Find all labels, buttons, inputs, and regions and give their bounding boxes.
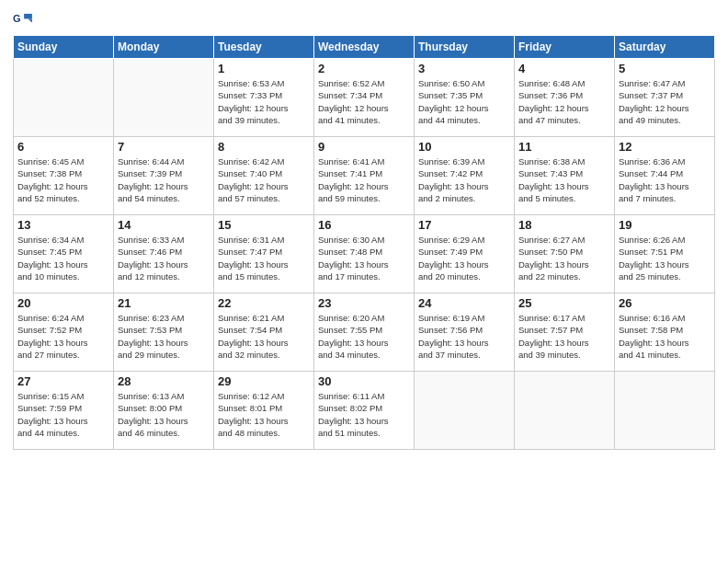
calendar-cell [114,59,214,137]
day-number: 28 [118,374,210,388]
calendar-cell: 2Sunrise: 6:52 AM Sunset: 7:34 PM Daylig… [314,59,415,137]
day-number: 8 [218,140,310,154]
day-info: Sunrise: 6:31 AM Sunset: 7:47 PM Dayligh… [218,234,310,282]
day-header-thursday: Thursday [415,36,515,59]
day-info: Sunrise: 6:53 AM Sunset: 7:33 PM Dayligh… [218,77,310,126]
week-row-0: 1Sunrise: 6:53 AM Sunset: 7:33 PM Daylig… [14,59,715,137]
header: G [13,9,715,29]
calendar-cell: 3Sunrise: 6:50 AM Sunset: 7:35 PM Daylig… [415,59,515,137]
day-header-friday: Friday [515,36,615,59]
day-info: Sunrise: 6:16 AM Sunset: 7:58 PM Dayligh… [619,312,711,361]
svg-marker-2 [28,18,32,22]
day-info: Sunrise: 6:29 AM Sunset: 7:49 PM Dayligh… [418,234,510,282]
week-row-2: 13Sunrise: 6:34 AM Sunset: 7:45 PM Dayli… [14,215,715,293]
calendar-cell: 22Sunrise: 6:21 AM Sunset: 7:54 PM Dayli… [214,293,314,372]
day-header-tuesday: Tuesday [214,36,314,59]
day-header-sunday: Sunday [14,36,114,59]
day-number: 22 [218,296,310,310]
day-info: Sunrise: 6:41 AM Sunset: 7:41 PM Dayligh… [318,155,410,204]
day-number: 2 [318,62,410,75]
day-info: Sunrise: 6:13 AM Sunset: 8:00 PM Dayligh… [118,390,210,439]
day-number: 24 [418,296,510,310]
calendar-cell: 14Sunrise: 6:33 AM Sunset: 7:46 PM Dayli… [114,215,214,293]
day-info: Sunrise: 6:30 AM Sunset: 7:48 PM Dayligh… [318,234,410,282]
day-number: 5 [619,62,711,75]
day-info: Sunrise: 6:45 AM Sunset: 7:38 PM Dayligh… [17,155,109,204]
day-info: Sunrise: 6:12 AM Sunset: 8:01 PM Dayligh… [218,390,310,439]
day-info: Sunrise: 6:23 AM Sunset: 7:53 PM Dayligh… [118,312,210,361]
day-info: Sunrise: 6:50 AM Sunset: 7:35 PM Dayligh… [418,77,510,126]
calendar-cell: 7Sunrise: 6:44 AM Sunset: 7:39 PM Daylig… [114,137,214,215]
calendar-cell: 24Sunrise: 6:19 AM Sunset: 7:56 PM Dayli… [415,293,515,372]
calendar-cell: 19Sunrise: 6:26 AM Sunset: 7:51 PM Dayli… [615,215,715,293]
day-info: Sunrise: 6:52 AM Sunset: 7:34 PM Dayligh… [318,77,410,126]
day-info: Sunrise: 6:44 AM Sunset: 7:39 PM Dayligh… [118,155,210,204]
calendar-cell: 10Sunrise: 6:39 AM Sunset: 7:42 PM Dayli… [415,137,515,215]
day-number: 6 [17,140,109,154]
day-info: Sunrise: 6:48 AM Sunset: 7:36 PM Dayligh… [518,77,610,126]
day-number: 17 [418,218,510,232]
day-number: 20 [17,296,109,310]
svg-marker-1 [24,14,32,19]
day-info: Sunrise: 6:27 AM Sunset: 7:50 PM Dayligh… [518,234,610,282]
day-info: Sunrise: 6:19 AM Sunset: 7:56 PM Dayligh… [418,312,510,361]
calendar-cell: 12Sunrise: 6:36 AM Sunset: 7:44 PM Dayli… [615,137,715,215]
calendar-cell: 30Sunrise: 6:11 AM Sunset: 8:02 PM Dayli… [314,372,415,450]
calendar-cell: 17Sunrise: 6:29 AM Sunset: 7:49 PM Dayli… [415,215,515,293]
calendar-cell: 18Sunrise: 6:27 AM Sunset: 7:50 PM Dayli… [515,215,615,293]
calendar-cell [515,372,615,450]
day-number: 19 [619,218,711,232]
calendar-cell: 25Sunrise: 6:17 AM Sunset: 7:57 PM Dayli… [515,293,615,372]
day-header-monday: Monday [114,36,214,59]
day-number: 11 [518,140,610,154]
day-info: Sunrise: 6:39 AM Sunset: 7:42 PM Dayligh… [418,155,510,204]
calendar-header-row: SundayMondayTuesdayWednesdayThursdayFrid… [14,36,715,59]
calendar-cell: 16Sunrise: 6:30 AM Sunset: 7:48 PM Dayli… [314,215,415,293]
calendar-cell [14,59,114,137]
calendar: SundayMondayTuesdayWednesdayThursdayFrid… [13,35,715,450]
calendar-cell: 27Sunrise: 6:15 AM Sunset: 7:59 PM Dayli… [14,372,114,450]
calendar-cell: 21Sunrise: 6:23 AM Sunset: 7:53 PM Dayli… [114,293,214,372]
day-number: 23 [318,296,410,310]
calendar-cell: 28Sunrise: 6:13 AM Sunset: 8:00 PM Dayli… [114,372,214,450]
day-number: 30 [318,374,410,388]
day-number: 14 [118,218,210,232]
day-number: 18 [518,218,610,232]
calendar-cell: 11Sunrise: 6:38 AM Sunset: 7:43 PM Dayli… [515,137,615,215]
calendar-cell: 6Sunrise: 6:45 AM Sunset: 7:38 PM Daylig… [14,137,114,215]
day-info: Sunrise: 6:47 AM Sunset: 7:37 PM Dayligh… [619,77,711,126]
day-number: 15 [218,218,310,232]
logo: G [13,9,35,29]
calendar-cell: 4Sunrise: 6:48 AM Sunset: 7:36 PM Daylig… [515,59,615,137]
logo-icon: G [13,9,33,29]
day-number: 29 [218,374,310,388]
day-number: 25 [518,296,610,310]
svg-text:G: G [13,13,21,24]
calendar-cell: 26Sunrise: 6:16 AM Sunset: 7:58 PM Dayli… [615,293,715,372]
day-number: 26 [619,296,711,310]
calendar-cell: 15Sunrise: 6:31 AM Sunset: 7:47 PM Dayli… [214,215,314,293]
day-number: 3 [418,62,510,75]
calendar-cell: 5Sunrise: 6:47 AM Sunset: 7:37 PM Daylig… [615,59,715,137]
day-info: Sunrise: 6:26 AM Sunset: 7:51 PM Dayligh… [619,234,711,282]
day-header-wednesday: Wednesday [314,36,415,59]
day-info: Sunrise: 6:11 AM Sunset: 8:02 PM Dayligh… [318,390,410,439]
day-header-saturday: Saturday [615,36,715,59]
day-number: 4 [518,62,610,75]
day-info: Sunrise: 6:21 AM Sunset: 7:54 PM Dayligh… [218,312,310,361]
day-info: Sunrise: 6:17 AM Sunset: 7:57 PM Dayligh… [518,312,610,361]
day-info: Sunrise: 6:42 AM Sunset: 7:40 PM Dayligh… [218,155,310,204]
calendar-cell: 23Sunrise: 6:20 AM Sunset: 7:55 PM Dayli… [314,293,415,372]
day-info: Sunrise: 6:20 AM Sunset: 7:55 PM Dayligh… [318,312,410,361]
day-number: 12 [619,140,711,154]
day-info: Sunrise: 6:33 AM Sunset: 7:46 PM Dayligh… [118,234,210,282]
day-number: 27 [17,374,109,388]
calendar-cell: 9Sunrise: 6:41 AM Sunset: 7:41 PM Daylig… [314,137,415,215]
week-row-4: 27Sunrise: 6:15 AM Sunset: 7:59 PM Dayli… [14,372,715,450]
day-number: 13 [17,218,109,232]
day-info: Sunrise: 6:34 AM Sunset: 7:45 PM Dayligh… [17,234,109,282]
calendar-cell: 29Sunrise: 6:12 AM Sunset: 8:01 PM Dayli… [214,372,314,450]
day-number: 21 [118,296,210,310]
week-row-1: 6Sunrise: 6:45 AM Sunset: 7:38 PM Daylig… [14,137,715,215]
day-number: 10 [418,140,510,154]
